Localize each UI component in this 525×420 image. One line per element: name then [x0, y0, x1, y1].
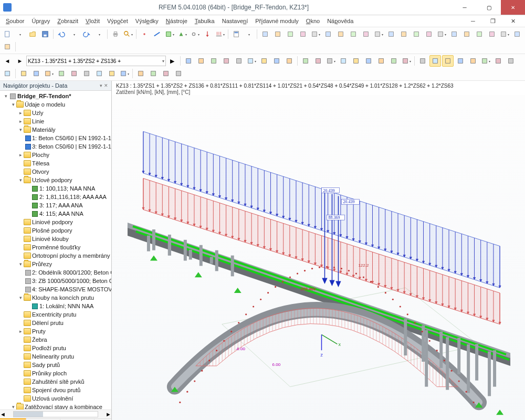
tool-r2-1[interactable]: [195, 55, 207, 67]
tool-r1-21[interactable]: [2, 41, 13, 52]
tool-r1-17[interactable]: [474, 28, 485, 40]
tool-r1-5[interactable]: [322, 28, 334, 40]
tool-r2-8[interactable]: [284, 55, 295, 67]
mdi-close-button[interactable]: ✕: [503, 17, 523, 26]
tool-r2-33[interactable]: [93, 68, 105, 79]
menu-vlozit[interactable]: Vložit: [82, 17, 103, 25]
mdi-minimize-button[interactable]: ─: [463, 17, 483, 26]
tool-r2-7[interactable]: [271, 55, 282, 67]
tool-redo[interactable]: [81, 28, 92, 40]
tool-calc-drop[interactable]: [243, 28, 255, 40]
tool-r2-4[interactable]: [233, 55, 245, 67]
menu-okno[interactable]: Okno: [302, 17, 323, 25]
tool-r2-12[interactable]: [338, 55, 349, 67]
tool-save[interactable]: [39, 28, 51, 40]
tool-line-load[interactable]: [214, 28, 226, 40]
tool-r1-18[interactable]: [486, 28, 498, 40]
tool-calc[interactable]: [230, 28, 242, 40]
loadcase-combo[interactable]: KZ13 - 1.35*ZS1 + 1.35*ZS2 + ZS136 +: [26, 56, 166, 66]
tool-member[interactable]: [151, 28, 163, 40]
tool-r2-0[interactable]: [183, 55, 194, 67]
tool-r2-18[interactable]: [417, 55, 428, 67]
tool-r2-14[interactable]: [363, 55, 374, 67]
tool-r1-2[interactable]: [285, 28, 296, 40]
tool-r2-3[interactable]: [220, 55, 232, 67]
tool-r1-0[interactable]: [259, 28, 271, 40]
tool-r2-22[interactable]: [467, 55, 479, 67]
tool-r2-37[interactable]: [148, 68, 159, 79]
tool-support[interactable]: [176, 28, 188, 40]
tool-r1-7[interactable]: [348, 28, 359, 40]
menu-zobrazit[interactable]: Zobrazit: [54, 17, 82, 25]
tool-r2-32[interactable]: [81, 68, 92, 79]
mdi-restore-button[interactable]: ❐: [483, 17, 503, 26]
tool-r1-15[interactable]: [448, 28, 460, 40]
tool-r2-16[interactable]: [388, 55, 400, 67]
tool-r2-35[interactable]: [119, 68, 130, 79]
tool-nodes[interactable]: [139, 28, 150, 40]
model-canvas[interactable]: 20.439 20.439 88.369 122.2 353.400 -6.00…: [112, 95, 525, 420]
tool-r2-11[interactable]: [325, 55, 337, 67]
tool-r2-34[interactable]: [106, 68, 118, 79]
tool-r1-9[interactable]: [373, 28, 384, 40]
tool-r1-6[interactable]: [335, 28, 346, 40]
tool-r1-13[interactable]: [423, 28, 435, 40]
tool-r2-26[interactable]: [2, 68, 13, 79]
tool-new-drop[interactable]: [14, 28, 26, 40]
navigator-hscroll[interactable]: ◄►: [0, 410, 111, 418]
tool-r2-27[interactable]: [18, 68, 29, 79]
tool-r2-17[interactable]: [401, 55, 412, 67]
tool-r2-38[interactable]: [160, 68, 172, 79]
menu-napoveda[interactable]: Nápověda: [323, 17, 357, 25]
tool-load[interactable]: [202, 28, 213, 40]
tool-r2-25[interactable]: [505, 55, 517, 67]
tool-r2-24[interactable]: [492, 55, 504, 67]
tool-r2-13[interactable]: [350, 55, 362, 67]
tool-r2-20[interactable]: [442, 55, 454, 67]
menu-nastaveni[interactable]: Nastavení: [218, 17, 252, 25]
menu-tabulka[interactable]: Tabulka: [191, 17, 218, 25]
tool-r1-12[interactable]: [411, 28, 422, 40]
tool-redo-drop[interactable]: [93, 28, 105, 40]
tool-new[interactable]: [2, 28, 13, 40]
tool-r2-29[interactable]: [43, 68, 55, 79]
tool-r1-14[interactable]: [436, 28, 447, 40]
tool-r2-39[interactable]: [173, 68, 184, 79]
view-next-lc[interactable]: ►: [14, 55, 26, 67]
tool-r2-28[interactable]: [30, 68, 42, 79]
menu-nastroje[interactable]: Nástroje: [162, 17, 191, 25]
tool-r1-4[interactable]: [310, 28, 321, 40]
tool-r1-10[interactable]: [385, 28, 397, 40]
tool-r2-23[interactable]: [480, 55, 491, 67]
tool-r2-31[interactable]: [68, 68, 80, 79]
menu-upravy[interactable]: Úpravy: [28, 17, 54, 25]
tool-r2-5[interactable]: [246, 55, 257, 67]
tool-surface[interactable]: [164, 28, 175, 40]
view-prev-lc[interactable]: ◄: [2, 55, 13, 67]
tool-search[interactable]: [122, 28, 134, 40]
tool-r1-8[interactable]: [360, 28, 372, 40]
menu-vysledky[interactable]: Výsledky: [132, 17, 162, 25]
tool-r2-19[interactable]: [429, 55, 441, 67]
menu-moduly[interactable]: Přídavné moduly: [251, 17, 302, 25]
menu-vypocet[interactable]: Výpočet: [103, 17, 132, 25]
tool-r1-19[interactable]: [499, 28, 510, 40]
tool-r1-1[interactable]: [272, 28, 284, 40]
menu-soubor[interactable]: Soubor: [2, 17, 28, 25]
tool-r2-10[interactable]: [312, 55, 324, 67]
tool-r2-21[interactable]: [455, 55, 466, 67]
tool-print[interactable]: [110, 28, 121, 40]
view-go[interactable]: ▶: [166, 55, 178, 67]
tool-undo-drop[interactable]: [68, 28, 80, 40]
navigator-pin-icon[interactable]: ▾ ✕: [100, 83, 108, 88]
model-viewport[interactable]: KZ13 : 1.35*ZS1 + 1.35*ZS2 + ZS136 + 0.8…: [112, 81, 525, 420]
tool-open[interactable]: [27, 28, 38, 40]
tool-r2-15[interactable]: [375, 55, 387, 67]
tool-r2-30[interactable]: [56, 68, 67, 79]
tool-r2-9[interactable]: [300, 55, 311, 67]
tool-hinge[interactable]: [189, 28, 201, 40]
maximize-button[interactable]: ▢: [477, 0, 501, 15]
close-button[interactable]: ✕: [501, 0, 525, 15]
tool-r2-36[interactable]: [135, 68, 146, 79]
tool-r2-6[interactable]: [258, 55, 270, 67]
